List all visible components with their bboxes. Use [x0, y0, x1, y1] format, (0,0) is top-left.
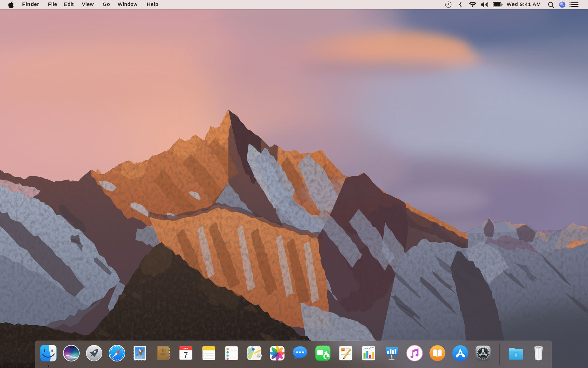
svg-text:7: 7: [183, 351, 188, 360]
svg-text:SEP: SEP: [183, 347, 188, 350]
svg-text:3D: 3D: [257, 355, 260, 357]
